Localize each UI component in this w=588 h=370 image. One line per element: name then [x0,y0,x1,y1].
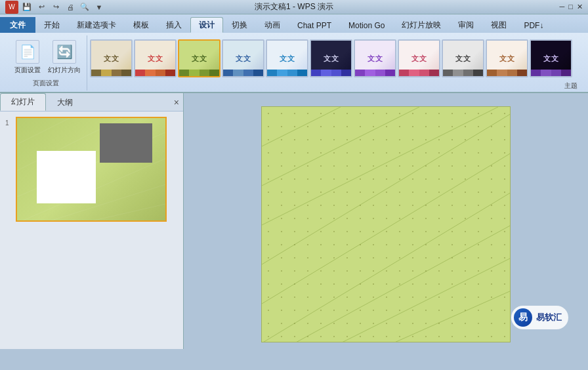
slide-gray-placeholder [100,123,152,163]
svg-line-9 [262,113,510,264]
close-btn[interactable]: ✕ [577,3,583,11]
slide-panel: 幻灯片 大纲 × 1 [0,93,184,349]
watermark-logo: 易 [514,308,532,327]
slide-orientation-btn[interactable]: 🔄 幻灯片方向 [47,38,81,76]
ribbon: 文件 开始 新建选项卡 模板 插入 设计 切换 动画 Chat PPT Moti… [0,14,588,93]
main-area: 幻灯片 大纲 × 1 [0,93,588,349]
panel-close-btn[interactable]: × [174,97,179,108]
page-setup-icon: 📄 [16,40,39,64]
slide-orientation-icon: 🔄 [52,40,76,64]
save-btn[interactable]: 💾 [21,1,33,13]
svg-line-12 [295,225,510,342]
slide-panel-tabs: 幻灯片 大纲 × [0,93,183,112]
tab-chat[interactable]: Chat PPT [289,17,340,33]
svg-line-8 [262,107,498,225]
svg-line-11 [262,192,510,342]
ribbon-tab-bar: 文件 开始 新建选项卡 模板 插入 设计 切换 动画 Chat PPT Moti… [0,14,588,33]
theme-3-label: 文文 [192,54,207,64]
page-setup-buttons: 📄 页面设置 🔄 幻灯片方向 [10,38,81,76]
theme-4-label: 文文 [236,54,251,64]
theme-9[interactable]: 文文 [442,39,484,77]
theme-5[interactable]: 文文 [266,39,308,77]
slide-thumbnail-1[interactable] [16,117,167,222]
theme-8-label: 文文 [411,54,427,64]
svg-line-0 [17,118,70,144]
tab-review[interactable]: 审阅 [450,17,482,33]
slide-number-1: 1 [5,119,13,222]
theme-7[interactable]: 文文 [354,39,396,77]
tab-new[interactable]: 新建选项卡 [68,17,125,33]
theme-1-label: 文文 [104,54,119,64]
theme-2[interactable]: 文文 [134,39,177,77]
theme-2-label: 文文 [148,54,163,64]
page-setup-btn[interactable]: 📄 页面设置 [10,38,45,76]
svg-line-5 [83,203,167,222]
theme-6[interactable]: 文文 [310,39,352,77]
theme-11[interactable]: 文文 [530,39,572,77]
title-bar: W 💾 ↩ ↪ 🖨 🔍 ▼ 演示文稿1 - WPS 演示 ─ □ ✕ [0,0,588,14]
canvas-area[interactable]: 易 易软汇 [184,93,588,349]
watermark-text: 易软汇 [536,312,562,323]
tab-animation[interactable]: 动画 [256,17,289,33]
theme-10[interactable]: 文文 [486,39,528,77]
themes-strip: 文文 文文 文文 文文 [90,35,580,81]
theme-10-label: 文文 [499,54,515,64]
tab-transition[interactable]: 切换 [223,17,256,33]
theme-6-label: 文文 [324,54,339,64]
page-setup-section: 📄 页面设置 🔄 幻灯片方向 页面设置 [5,35,87,91]
minimize-btn[interactable]: ─ [560,3,565,11]
tab-view[interactable]: 视图 [482,17,515,33]
svg-line-10 [262,153,510,304]
zoom-btn[interactable]: 🔍 [79,1,91,13]
redo-btn[interactable]: ↪ [50,1,62,13]
theme-5-label: 文文 [280,54,295,64]
theme-11-label: 文文 [543,54,559,64]
page-setup-label: 页面设置 [33,79,59,88]
tab-motion[interactable]: Motion Go [340,17,393,33]
slide-white-content [37,151,96,203]
tab-pdf[interactable]: PDF↓ [515,17,552,33]
window-controls: ─ □ ✕ [560,3,583,11]
print-btn[interactable]: 🖨 [64,1,76,13]
slide-thumb-inner [17,118,165,220]
tab-outline[interactable]: 大纲 [46,94,84,111]
svg-line-6 [262,107,341,146]
tab-show[interactable]: 幻灯片放映 [393,17,450,33]
theme-1[interactable]: 文文 [90,39,133,77]
tab-insert[interactable]: 插入 [158,17,190,33]
theme-4[interactable]: 文文 [222,39,264,77]
slide-item-1: 1 [5,117,178,222]
tab-home[interactable]: 开始 [35,17,68,33]
maximize-btn[interactable]: □ [568,3,573,11]
tab-slides[interactable]: 幻灯片 [0,93,46,111]
svg-line-13 [341,258,510,342]
svg-line-14 [393,291,510,342]
themes-label: 主题 [90,81,580,91]
svg-line-7 [262,107,419,186]
watermark: 易 易软汇 [511,306,568,329]
tab-file[interactable]: 文件 [0,17,35,33]
theme-9-label: 文文 [455,54,471,64]
tab-template[interactable]: 模板 [125,17,158,33]
theme-8[interactable]: 文文 [398,39,440,77]
ribbon-content: 📄 页面设置 🔄 幻灯片方向 页面设置 文文 [0,33,588,92]
theme-7-label: 文文 [368,54,383,64]
quickaccess-bar: W 💾 ↩ ↪ 🖨 🔍 ▼ [5,1,105,14]
theme-3[interactable]: 文文 [178,39,220,77]
tab-design[interactable]: 设计 [190,17,223,33]
slide-thumbnails: 1 [0,112,183,349]
slide-canvas[interactable] [261,106,511,342]
app-icon: W [5,1,18,14]
themes-section: 文文 文文 文文 文文 [87,35,583,91]
window-title: 演示文稿1 - WPS 演示 [255,1,333,12]
more-btn[interactable]: ▼ [93,1,105,13]
undo-btn[interactable]: ↩ [35,1,47,13]
